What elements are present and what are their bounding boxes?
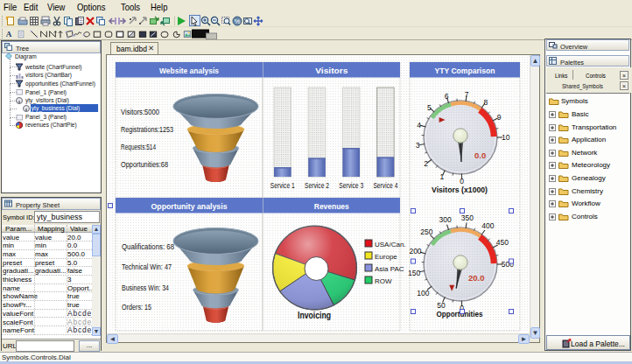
- svg-text:Service 2: Service 2: [305, 181, 329, 190]
- svg-text:1: 1: [440, 172, 445, 181]
- svg-text:Qualifications: 68: Qualifications: 68: [122, 242, 174, 251]
- svg-text:Orders: 15: Orders: 15: [122, 303, 151, 312]
- svg-text:3: 3: [416, 141, 420, 150]
- svg-text:YTY Comparison: YTY Comparison: [435, 66, 495, 75]
- svg-text:A: A: [6, 30, 12, 38]
- svg-text:%: %: [235, 18, 241, 25]
- svg-text:450: 450: [496, 238, 509, 247]
- svg-text:Revenues: Revenues: [314, 202, 349, 211]
- svg-text:Visitors: Visitors: [315, 66, 348, 75]
- svg-text:Opportunity analysis: Opportunity analysis: [151, 202, 228, 211]
- svg-text:4: 4: [417, 121, 421, 130]
- svg-text:Asia PAC: Asia PAC: [375, 265, 404, 273]
- svg-text:Service 1: Service 1: [270, 181, 295, 190]
- svg-text:Technical Win: 47: Technical Win: 47: [122, 262, 172, 271]
- svg-text:ROW: ROW: [375, 277, 392, 285]
- svg-text:6: 6: [445, 92, 449, 101]
- svg-text:USA/Can.: USA/Can.: [375, 241, 406, 248]
- svg-text:250: 250: [420, 228, 432, 236]
- svg-text:400: 400: [481, 221, 494, 230]
- svg-text:Visitors:5000: Visitors:5000: [121, 108, 159, 116]
- svg-text:100: 100: [417, 289, 429, 298]
- svg-text:150: 150: [408, 269, 420, 277]
- svg-text:2: 2: [424, 159, 428, 168]
- svg-text:0.0: 0.0: [474, 150, 486, 160]
- svg-text:8: 8: [484, 98, 488, 107]
- svg-text:200: 200: [409, 247, 421, 256]
- svg-text:350: 350: [461, 214, 474, 222]
- svg-text:Requests:514: Requests:514: [121, 143, 156, 151]
- svg-text:300: 300: [439, 215, 452, 224]
- svg-text:10: 10: [502, 133, 510, 142]
- svg-text:Visitors (x1000): Visitors (x1000): [432, 185, 488, 194]
- svg-text:20.0: 20.0: [468, 273, 485, 283]
- svg-text:Business Win: 34: Business Win: 34: [122, 284, 169, 292]
- svg-text:7: 7: [465, 90, 469, 99]
- svg-text:Registrations:1253: Registrations:1253: [121, 125, 173, 134]
- svg-text:9: 9: [497, 113, 502, 122]
- svg-text:Europe: Europe: [375, 253, 397, 261]
- svg-text:Invoicing: Invoicing: [298, 311, 331, 320]
- svg-text:5: 5: [427, 103, 432, 112]
- svg-text:Opportunities:68: Opportunities:68: [121, 160, 168, 169]
- svg-text:Website analysis: Website analysis: [159, 66, 219, 75]
- svg-text:Service 4: Service 4: [373, 181, 397, 190]
- svg-text:Service 3: Service 3: [339, 181, 363, 190]
